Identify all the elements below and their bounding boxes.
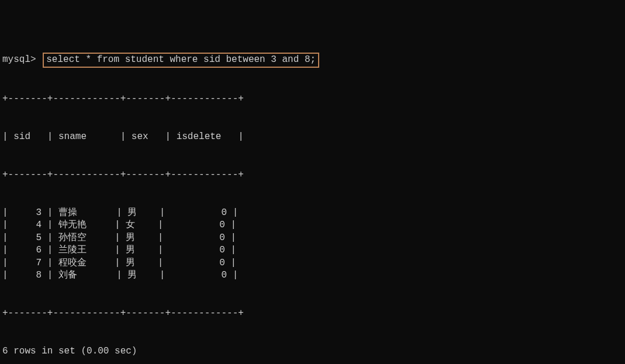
table-row: | 8 | 刘备 | 男 | 0 | [2, 269, 623, 282]
table-row: | 4 | 钟无艳 | 女 | 0 | [2, 219, 623, 232]
table-sep-bot-0: +-------+------------+-------+----------… [2, 307, 623, 320]
table-row: | 7 | 程咬金 | 男 | 0 | [2, 257, 623, 270]
prompt-line-0: mysql> select * from student where sid b… [2, 53, 623, 68]
table-rows-0: | 3 | 曹操 | 男 | 0 || 4 | 钟无艳 | 女 | 0 || 5… [2, 207, 623, 283]
table-sep-top-0: +-------+------------+-------+----------… [2, 93, 623, 106]
table-row: | 6 | 兰陵王 | 男 | 0 | [2, 244, 623, 257]
table-sep-mid-0: +-------+------------+-------+----------… [2, 169, 623, 182]
table-row: | 3 | 曹操 | 男 | 0 | [2, 207, 623, 220]
table-header-0: | sid | sname | sex | isdelete | [2, 131, 623, 144]
table-row: | 5 | 孙悟空 | 男 | 0 | [2, 232, 623, 245]
mysql-terminal[interactable]: mysql> select * from student where sid b… [0, 0, 625, 364]
sql-query-highlight: select * from student where sid between … [43, 53, 319, 68]
mysql-prompt: mysql> [2, 54, 36, 65]
status-line-0: 6 rows in set (0.00 sec) [2, 345, 623, 358]
